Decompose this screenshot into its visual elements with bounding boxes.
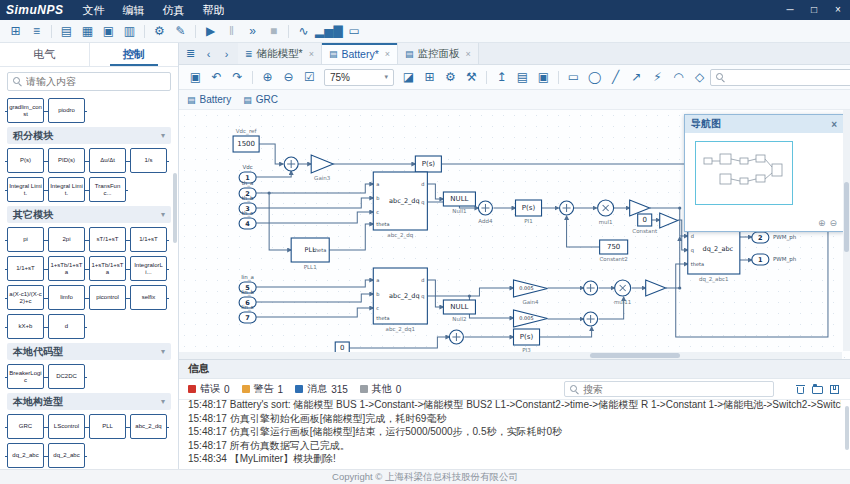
- palette-item[interactable]: gradlim_const: [7, 98, 44, 123]
- palette-item[interactable]: Integral Limit.: [48, 177, 85, 202]
- print-icon[interactable]: ▤: [513, 68, 532, 87]
- zoom-select[interactable]: 75% ▾: [324, 69, 394, 86]
- save-all-icon[interactable]: ▥: [120, 22, 139, 41]
- palette-toggle-icon[interactable]: ⊞: [6, 22, 25, 41]
- palette-item[interactable]: selfix: [130, 285, 167, 310]
- mul-11[interactable]: mul11: [614, 280, 631, 305]
- clear-log-icon[interactable]: [796, 384, 805, 394]
- wire[interactable]: [256, 184, 373, 193]
- gear-icon[interactable]: ⚙: [441, 68, 460, 87]
- run-icon[interactable]: ▶: [201, 22, 220, 41]
- module-abc2dq[interactable]: abc_2_dqabcthetadqabc_2_dq: [373, 172, 427, 239]
- menu-simulation[interactable]: 仿真: [154, 0, 194, 20]
- minimize-icon[interactable]: ─: [778, 0, 802, 20]
- doc-tab-battery[interactable]: ▤ Battery* ×: [322, 43, 398, 64]
- palette-section-header[interactable]: 本地构造型▾: [7, 393, 171, 410]
- vertical-scrollbar[interactable]: [843, 110, 850, 351]
- module-pll[interactable]: PLLthetaPLL1: [291, 238, 329, 270]
- wire[interactable]: [269, 193, 291, 250]
- const-750[interactable]: 750Constant2: [600, 240, 628, 262]
- wire[interactable]: [427, 184, 443, 199]
- save-icon[interactable]: ▣: [186, 68, 205, 87]
- palette-item[interactable]: DC2DC: [48, 364, 85, 389]
- wire[interactable]: [666, 237, 680, 288]
- export-icon[interactable]: ↥: [492, 68, 511, 87]
- nav-zoom-in-icon[interactable]: ⊕: [818, 218, 826, 228]
- palette-item[interactable]: dq_2_abc: [48, 443, 85, 468]
- palette-item[interactable]: 1/1+sT: [7, 256, 44, 281]
- sum-add1[interactable]: [560, 201, 574, 215]
- sidebar-tab-electrical[interactable]: 电气: [0, 43, 89, 66]
- palette-item[interactable]: 1/s: [130, 148, 167, 173]
- palette-item[interactable]: IntegralorLi...: [130, 256, 167, 281]
- palette-item[interactable]: kX+b: [7, 314, 44, 339]
- sidebar-scrollbar[interactable]: [173, 173, 177, 243]
- palette-item[interactable]: Δu/Δt: [89, 148, 126, 173]
- step-icon[interactable]: »: [243, 22, 262, 41]
- sidebar-tab-control[interactable]: 控制: [89, 43, 179, 66]
- eraser-icon[interactable]: ◪: [399, 68, 418, 87]
- wire[interactable]: [540, 327, 592, 337]
- log-search[interactable]: [564, 381, 774, 397]
- wire[interactable]: [256, 280, 373, 287]
- polygon-tool-icon[interactable]: ◇: [690, 68, 709, 87]
- palette-item[interactable]: picontrol: [89, 285, 126, 310]
- menu-help[interactable]: 帮助: [194, 0, 234, 20]
- line-tool-icon[interactable]: ╱: [606, 68, 625, 87]
- log-filter-其他[interactable]: 其他0: [360, 382, 402, 396]
- lightning-tool-icon[interactable]: ⚡: [648, 68, 667, 87]
- pi-top[interactable]: P(s): [415, 156, 441, 172]
- navigator-thumbnail[interactable]: [695, 141, 793, 205]
- palette-item[interactable]: 1+sTb/1+sTa: [89, 256, 126, 281]
- undo-icon[interactable]: ↶: [207, 68, 226, 87]
- wire[interactable]: [349, 337, 449, 348]
- save-icon[interactable]: ▣: [99, 22, 118, 41]
- sum-add3[interactable]: [584, 312, 598, 326]
- palette-item[interactable]: piodro: [48, 98, 85, 123]
- wire[interactable]: [427, 280, 443, 307]
- palette-item[interactable]: BreakerLogic: [7, 364, 44, 389]
- sum-add2[interactable]: [584, 281, 598, 295]
- wire[interactable]: [256, 171, 291, 177]
- palette-item[interactable]: pi: [7, 227, 44, 252]
- close-tab-icon[interactable]: ×: [466, 49, 471, 59]
- new-file-icon[interactable]: ▤: [57, 22, 76, 41]
- breadcrumb-item-battery[interactable]: ▤ Battery: [187, 94, 231, 105]
- mul-1[interactable]: mul1: [598, 200, 614, 225]
- wrench-icon[interactable]: ⚒: [462, 68, 481, 87]
- ellipse-tool-icon[interactable]: ◯: [585, 68, 604, 87]
- palette-item[interactable]: TransFunc...: [89, 177, 126, 202]
- wire[interactable]: [256, 294, 373, 302]
- zoom-in-icon[interactable]: ⊕: [258, 68, 277, 87]
- canvas-search-input[interactable]: [729, 72, 850, 83]
- palette-section-header[interactable]: 本地代码型▾: [7, 343, 171, 360]
- rect-tool-icon[interactable]: ▭: [564, 68, 583, 87]
- redo-icon[interactable]: ↷: [228, 68, 247, 87]
- log-scrollbar-thumb[interactable]: [845, 406, 849, 450]
- inport-iin-c[interactable]: 7Iin_c: [239, 304, 256, 323]
- palette-item[interactable]: a(X-c1)/(X-c2)+c: [7, 285, 44, 310]
- monitor-icon[interactable]: ▭: [345, 22, 364, 41]
- palette-item[interactable]: abc_2_dq: [130, 414, 167, 439]
- edit-pencil-icon[interactable]: ✎: [171, 22, 190, 41]
- pi-3[interactable]: P(s)PI3: [513, 329, 539, 353]
- palette-item[interactable]: dq_2_abc: [7, 443, 44, 468]
- model-tree-icon[interactable]: ≡: [27, 22, 46, 41]
- canvas-search[interactable]: [710, 69, 850, 86]
- gain-5[interactable]: 0.005: [513, 310, 547, 327]
- const-vdc-ref[interactable]: 1500Vdc_ref: [233, 128, 259, 152]
- nav-zoom-out-icon[interactable]: ⊖: [829, 218, 837, 228]
- palette-item[interactable]: Integral Limit.: [7, 177, 44, 202]
- menu-file[interactable]: 文件: [74, 0, 114, 20]
- wire[interactable]: [329, 224, 373, 250]
- sum-add4[interactable]: Add4: [478, 201, 493, 224]
- palette-item[interactable]: 2pi: [48, 227, 85, 252]
- log-filter-警告[interactable]: 警告1: [242, 382, 284, 396]
- wire[interactable]: [256, 212, 373, 223]
- navigator-panel[interactable]: 导航图 ×: [684, 114, 844, 232]
- null-2[interactable]: NULLNull2: [443, 300, 475, 322]
- save-log-icon[interactable]: [830, 385, 839, 394]
- open-log-icon[interactable]: [812, 385, 823, 394]
- wire[interactable]: [259, 144, 283, 164]
- null-1[interactable]: NULLNull1: [443, 192, 475, 214]
